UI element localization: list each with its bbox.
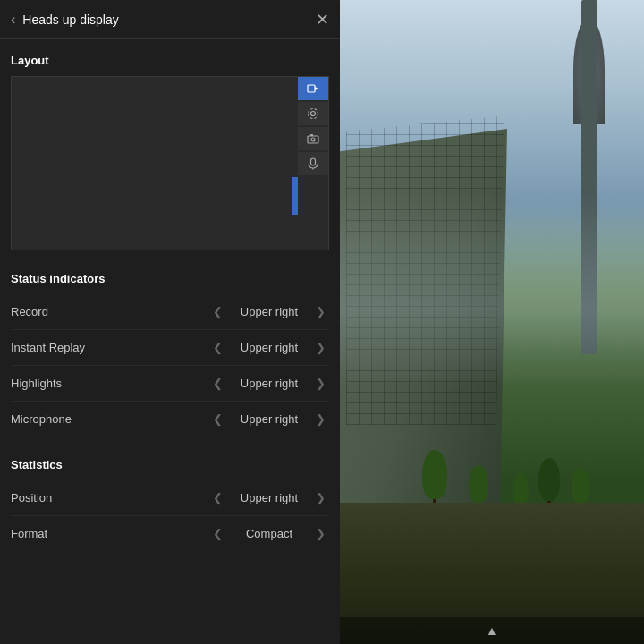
layout-blue-indicator bbox=[292, 177, 298, 215]
record-label: Record bbox=[11, 305, 209, 318]
svg-rect-7 bbox=[311, 158, 316, 165]
highlights-controls: ❮ Upper right ❯ bbox=[209, 375, 329, 392]
microphone-chevron-right[interactable]: ❯ bbox=[312, 411, 329, 428]
layout-mic-icon[interactable] bbox=[298, 152, 328, 175]
bottom-icon: ▲ bbox=[486, 623, 498, 638]
microphone-controls: ❮ Upper right ❯ bbox=[209, 411, 329, 428]
highlights-value: Upper right bbox=[233, 377, 305, 390]
format-chevron-right[interactable]: ❯ bbox=[312, 525, 329, 542]
svg-marker-1 bbox=[315, 87, 318, 90]
layout-record-icon[interactable] bbox=[298, 77, 328, 100]
svg-point-5 bbox=[311, 138, 315, 141]
record-chevron-left[interactable]: ❮ bbox=[209, 303, 226, 320]
microphone-chevron-left[interactable]: ❮ bbox=[209, 411, 226, 428]
svg-point-2 bbox=[311, 112, 316, 116]
position-chevron-right[interactable]: ❯ bbox=[312, 489, 329, 506]
position-value: Upper right bbox=[233, 491, 305, 504]
microphone-row: Microphone ❮ Upper right ❯ bbox=[11, 402, 329, 436]
layout-preview-area bbox=[11, 76, 329, 250]
format-value: Compact bbox=[233, 527, 305, 540]
format-chevron-left[interactable]: ❮ bbox=[209, 525, 226, 542]
position-chevron-left[interactable]: ❮ bbox=[209, 489, 226, 506]
settings-panel: ‹ Heads up display ✕ Layout bbox=[0, 0, 340, 644]
instant-replay-label: Instant Replay bbox=[11, 341, 209, 354]
format-controls: ❮ Compact ❯ bbox=[209, 525, 329, 542]
svg-rect-6 bbox=[310, 134, 313, 136]
highlights-row: Highlights ❮ Upper right ❯ bbox=[11, 366, 329, 402]
instant-replay-chevron-right[interactable]: ❯ bbox=[312, 339, 329, 356]
format-row: Format ❮ Compact ❯ bbox=[11, 516, 329, 551]
layout-settings-icon[interactable] bbox=[298, 102, 328, 125]
highlights-label: Highlights bbox=[11, 377, 209, 390]
position-controls: ❮ Upper right ❯ bbox=[209, 489, 329, 506]
statistics-section: Statistics Position ❮ Upper right ❯ Form… bbox=[11, 458, 329, 551]
microphone-label: Microphone bbox=[11, 412, 209, 426]
record-row: Record ❮ Upper right ❯ bbox=[11, 294, 329, 330]
status-section-title: Status indicators bbox=[11, 272, 329, 285]
panel-header: ‹ Heads up display ✕ bbox=[0, 0, 340, 39]
layout-icons-column bbox=[298, 77, 328, 175]
record-value: Upper right bbox=[233, 305, 305, 318]
position-row: Position ❮ Upper right ❯ bbox=[11, 480, 329, 516]
microphone-value: Upper right bbox=[233, 412, 305, 426]
status-indicators-section: Status indicators Record ❮ Upper right ❯… bbox=[11, 272, 329, 436]
record-chevron-right[interactable]: ❯ bbox=[312, 303, 329, 320]
instant-replay-row: Instant Replay ❮ Upper right ❯ bbox=[11, 330, 329, 366]
position-label: Position bbox=[11, 491, 209, 504]
statistics-section-title: Statistics bbox=[11, 458, 329, 471]
instant-replay-controls: ❮ Upper right ❯ bbox=[209, 339, 329, 356]
highlights-chevron-right[interactable]: ❯ bbox=[312, 375, 329, 392]
layout-section-title: Layout bbox=[11, 54, 329, 67]
format-label: Format bbox=[11, 527, 209, 540]
back-button[interactable]: ‹ bbox=[11, 12, 15, 28]
layout-camera-icon[interactable] bbox=[298, 127, 328, 150]
layout-section: Layout bbox=[11, 54, 329, 250]
panel-title: Heads up display bbox=[22, 13, 309, 27]
trees-area bbox=[370, 354, 629, 515]
instant-replay-chevron-left[interactable]: ❮ bbox=[209, 339, 226, 356]
highlights-chevron-left[interactable]: ❮ bbox=[209, 375, 226, 392]
bottom-bar: ▲ bbox=[340, 617, 644, 644]
svg-rect-0 bbox=[308, 85, 315, 92]
panel-content: Layout bbox=[0, 39, 340, 644]
close-button[interactable]: ✕ bbox=[316, 12, 329, 28]
svg-rect-4 bbox=[308, 136, 318, 143]
instant-replay-value: Upper right bbox=[233, 341, 305, 354]
game-background: ▲ bbox=[340, 0, 644, 644]
record-controls: ❮ Upper right ❯ bbox=[209, 303, 329, 320]
svg-point-3 bbox=[309, 109, 318, 119]
